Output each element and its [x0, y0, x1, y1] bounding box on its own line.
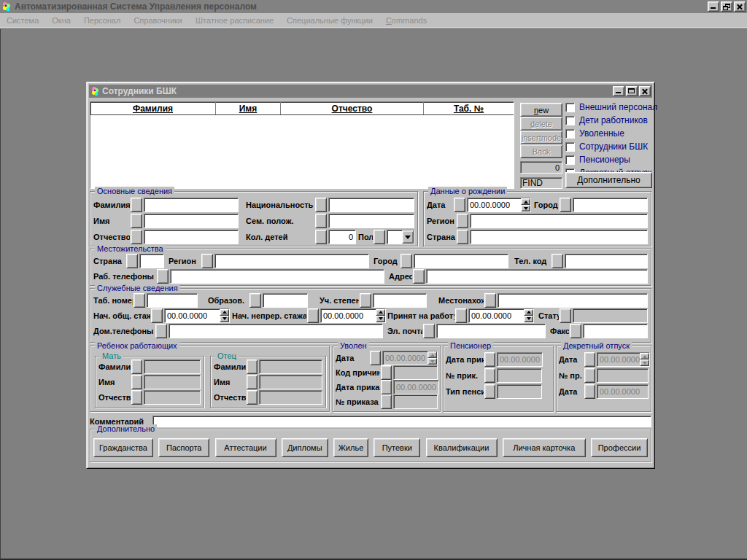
- nationality-lookup-button[interactable]: [315, 198, 327, 212]
- column-tab-number[interactable]: Таб. №: [424, 102, 514, 114]
- restore-button[interactable]: [721, 1, 732, 12]
- patronymic-input[interactable]: [144, 230, 239, 244]
- vouchers-button[interactable]: Путевки: [374, 438, 420, 457]
- father-patronymic-lookup-button[interactable]: [247, 390, 258, 405]
- menu-commands[interactable]: Commands: [379, 16, 433, 25]
- checkbox-icon[interactable]: [565, 116, 575, 125]
- column-surname[interactable]: Фамилия: [90, 102, 216, 114]
- residence-region-input[interactable]: [214, 254, 369, 268]
- email-lookup-button[interactable]: [423, 324, 435, 338]
- name-input[interactable]: [144, 214, 239, 228]
- maternity-date-to-lookup-button[interactable]: [584, 384, 595, 399]
- find-input[interactable]: FIND: [520, 177, 562, 189]
- email-input[interactable]: [436, 324, 546, 338]
- total-service-lookup-button[interactable]: [151, 308, 163, 323]
- father-name-lookup-button[interactable]: [247, 375, 258, 389]
- continuous-service-lookup-button[interactable]: [307, 308, 319, 323]
- birth-region-input[interactable]: [470, 214, 648, 228]
- pension-order-date-lookup-button[interactable]: [484, 352, 495, 367]
- spin-down-icon[interactable]: [521, 205, 530, 211]
- professions-button[interactable]: Профессии: [591, 438, 648, 457]
- housing-button[interactable]: Жилье: [333, 438, 368, 457]
- spin-up-icon[interactable]: [427, 351, 437, 358]
- residence-country-input[interactable]: [139, 254, 164, 268]
- location-input[interactable]: [498, 293, 648, 308]
- passports-button[interactable]: Паспорта: [158, 438, 209, 457]
- employees-table-body[interactable]: [90, 115, 514, 188]
- continuous-service-spinedit[interactable]: 00.00.0000: [320, 308, 386, 323]
- nationality-input[interactable]: [328, 198, 414, 212]
- column-name[interactable]: Имя: [216, 102, 281, 114]
- birth-country-lookup-button[interactable]: [457, 230, 468, 244]
- close-button[interactable]: [734, 1, 746, 12]
- phone-code-input[interactable]: [565, 254, 648, 268]
- gender-combobox[interactable]: [387, 230, 414, 244]
- birth-city-input[interactable]: [573, 198, 648, 212]
- maternity-date-from-lookup-button[interactable]: [584, 352, 595, 367]
- hired-date-lookup-button[interactable]: [455, 308, 467, 323]
- address-input[interactable]: [426, 269, 648, 284]
- birth-region-lookup-button[interactable]: [457, 214, 468, 228]
- column-patronymic[interactable]: Отчество: [281, 102, 424, 114]
- employees-window-titlebar[interactable]: Сотрудники БШК: [89, 85, 652, 98]
- spin-down-icon[interactable]: [524, 316, 533, 322]
- birth-city-lookup-button[interactable]: [560, 198, 571, 212]
- spin-up-icon[interactable]: [220, 309, 229, 316]
- work-phones-lookup-button[interactable]: [157, 269, 169, 284]
- filter-pensioners[interactable]: Пенсионеры: [565, 153, 653, 166]
- gender-lookup-button[interactable]: [374, 230, 385, 244]
- surname-lookup-button[interactable]: [131, 198, 142, 212]
- kids-count-input[interactable]: 0: [328, 230, 356, 244]
- spin-down-icon[interactable]: [220, 316, 229, 322]
- checkbox-icon[interactable]: [565, 142, 575, 152]
- tab-number-input[interactable]: [147, 293, 198, 308]
- checkbox-icon[interactable]: [565, 103, 575, 112]
- filter-external-personnel[interactable]: Внешний персонал: [565, 101, 653, 114]
- window-maximize-button[interactable]: [626, 86, 638, 96]
- dismissal-order-number-lookup-button[interactable]: [381, 394, 392, 409]
- more-filters-button[interactable]: Дополнительно: [565, 172, 652, 188]
- spin-up-icon[interactable]: [640, 353, 649, 359]
- birth-country-input[interactable]: [470, 230, 648, 244]
- residence-city-input[interactable]: [414, 254, 508, 268]
- work-phones-input[interactable]: [170, 269, 384, 284]
- delete-button[interactable]: delete: [520, 117, 562, 131]
- birth-date-spinedit[interactable]: 00.00.0000: [467, 198, 531, 212]
- window-minimize-button[interactable]: [613, 86, 624, 96]
- mother-patronymic-lookup-button[interactable]: [131, 390, 142, 405]
- fax-lookup-button[interactable]: [570, 324, 581, 338]
- diplomas-button[interactable]: Дипломы: [282, 438, 328, 457]
- menu-special-functions[interactable]: Специальные функции: [280, 16, 379, 25]
- birth-date-lookup-button[interactable]: [454, 198, 465, 212]
- personal-card-button[interactable]: Личная карточка: [503, 438, 586, 457]
- patronymic-lookup-button[interactable]: [131, 230, 142, 244]
- hired-date-spinedit[interactable]: 00.00.0000: [468, 308, 534, 323]
- marital-input[interactable]: [328, 214, 414, 228]
- spin-up-icon[interactable]: [521, 198, 530, 205]
- pension-order-number-lookup-button[interactable]: [484, 368, 495, 383]
- spin-up-icon[interactable]: [524, 309, 533, 316]
- dismissed-date-lookup-button[interactable]: [370, 351, 381, 365]
- citizenships-button[interactable]: Гражданства: [93, 438, 153, 457]
- new-button[interactable]: new: [520, 103, 562, 117]
- qualifications-button[interactable]: Квалификации: [426, 438, 498, 457]
- filter-dismissed[interactable]: Уволенные: [565, 127, 653, 140]
- window-close-button[interactable]: [639, 86, 651, 96]
- menu-personnel[interactable]: Персонал: [77, 16, 128, 25]
- menu-staffing[interactable]: Штатное расписание: [189, 16, 280, 25]
- maternity-order-number-lookup-button[interactable]: [584, 368, 595, 383]
- degree-lookup-button[interactable]: [360, 293, 371, 308]
- location-lookup-button[interactable]: [484, 293, 496, 308]
- dismissal-order-date-lookup-button[interactable]: [381, 380, 392, 394]
- tab-number-lookup-button[interactable]: [133, 293, 145, 308]
- kids-count-lookup-button[interactable]: [315, 230, 327, 244]
- minimize-button[interactable]: [708, 1, 719, 12]
- status-lookup-button[interactable]: [560, 308, 571, 323]
- menu-system[interactable]: Система: [0, 16, 45, 25]
- degree-input[interactable]: [373, 293, 427, 308]
- phone-code-lookup-button[interactable]: [551, 254, 563, 268]
- checkbox-icon[interactable]: [565, 155, 575, 165]
- filter-employee-children[interactable]: Дети работников: [565, 114, 653, 127]
- fax-input[interactable]: [583, 324, 648, 338]
- residence-region-lookup-button[interactable]: [201, 254, 213, 268]
